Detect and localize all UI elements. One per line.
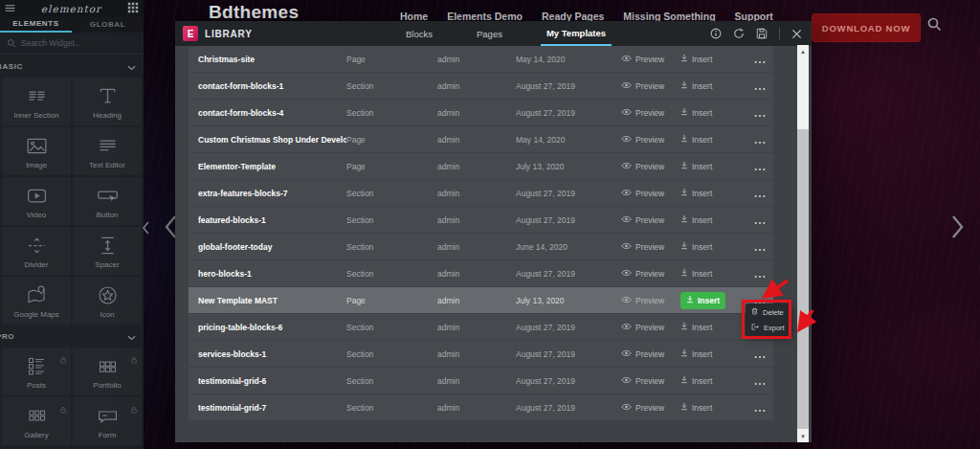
carousel-next-icon[interactable] [951,214,964,243]
preview-button[interactable]: Preview [621,108,675,118]
tab-elements[interactable]: ELEMENTS [0,16,72,33]
more-options-button[interactable] [746,212,773,229]
preview-button[interactable]: Preview [621,81,675,91]
widget-image[interactable]: Image [2,127,71,175]
template-row[interactable]: extra-features-blocks-7 Section admin Au… [189,180,773,206]
preview-button[interactable]: Preview [621,242,675,252]
widget-form[interactable]: Form [73,397,142,445]
sync-icon[interactable] [733,28,745,39]
preview-button[interactable]: Preview [621,323,675,332]
panel-collapse-icon[interactable] [143,221,149,238]
template-row[interactable]: hero-blocks-1 Section admin August 27, 2… [189,260,773,286]
more-options-button[interactable] [746,185,773,202]
more-options-button[interactable] [746,78,773,95]
more-options-button[interactable] [746,372,773,390]
section-header-pro[interactable]: PRO [0,325,144,348]
preview-button[interactable]: Preview [621,135,675,145]
close-icon[interactable] [791,29,802,39]
insert-button[interactable]: Insert [675,131,746,148]
more-options-button[interactable] [746,265,773,282]
template-row[interactable]: Custom Christmas Shop Under Development … [189,126,773,152]
search-icon[interactable] [926,16,942,35]
preview-button[interactable]: Preview [621,269,675,279]
more-options-button[interactable] [746,51,773,68]
widget-video[interactable]: Video [2,177,71,225]
apps-grid-icon[interactable] [127,0,139,17]
template-author: admin [437,403,516,413]
scroll-up-button[interactable]: ▲ [797,45,809,57]
eye-icon [621,215,632,225]
insert-button[interactable]: Insert [675,78,746,95]
site-logo[interactable]: Bdthemes [209,2,299,23]
library-tab-my-templates[interactable]: My Templates [541,21,612,46]
template-row[interactable]: Christmas-site Page admin May 14, 2020 P… [189,46,773,72]
search-widget-input[interactable] [21,38,126,48]
preview-button[interactable]: Preview [621,215,675,225]
preview-button[interactable]: Preview [621,376,675,386]
more-options-button[interactable] [746,158,773,175]
template-row[interactable]: services-blocks-1 Section admin August 2… [189,341,773,367]
template-row[interactable]: testimonial-grid-7 Section admin August … [189,394,773,420]
insert-button[interactable]: Insert [675,399,746,416]
library-tab-blocks[interactable]: Blocks [400,21,438,46]
template-type: Section [346,269,437,279]
widget-portfolio[interactable]: Portfolio [73,348,142,395]
download-now-button[interactable]: DOWNLOAD NOW [812,13,921,42]
save-icon[interactable] [756,28,768,39]
template-row[interactable]: global-footer-today Section admin June 1… [189,234,773,259]
insert-button[interactable]: Insert [675,292,746,309]
tab-global[interactable]: GLOBAL [72,16,144,33]
widget-gallery[interactable]: Gallery [2,397,71,445]
template-name: pricing-table-blocks-6 [189,323,346,332]
preview-button[interactable]: Preview [621,162,675,171]
insert-button[interactable]: Insert [675,238,746,256]
insert-button[interactable]: Insert [675,265,746,282]
insert-button[interactable]: Insert [675,51,746,68]
widget-divider[interactable]: Divider [2,227,71,275]
more-options-button[interactable] [746,238,773,256]
library-tab-pages[interactable]: Pages [471,21,508,46]
preview-button[interactable]: Preview [621,189,675,198]
insert-button[interactable]: Insert [675,212,746,229]
insert-button[interactable]: Insert [675,185,746,202]
template-row[interactable]: contact-form-blocks-4 Section admin Augu… [189,100,773,125]
template-row[interactable]: featured-blocks-1 Section admin August 2… [189,207,773,233]
more-options-button[interactable] [746,346,773,363]
widget-google-maps[interactable]: Google Maps [2,277,71,325]
widget-posts[interactable]: Posts [2,348,71,395]
widget-icon[interactable]: Icon [73,277,142,325]
elementor-logo: elementor [41,3,101,14]
widget-button[interactable]: Button [73,177,142,225]
widget-text-editor[interactable]: Text Editor [73,127,142,175]
widget-label: Image [26,161,47,169]
template-row[interactable]: New Template MAST Page admin July 13, 20… [189,287,773,313]
widget-spacer[interactable]: Spacer [73,227,142,275]
preview-button[interactable]: Preview [621,296,675,305]
info-icon[interactable] [710,28,722,39]
library-header-icons [710,21,802,46]
insert-button[interactable]: Insert [675,319,746,336]
modal-scrollbar[interactable]: ▲ ▼ [797,45,809,442]
template-row[interactable]: Elementor-Template Page admin July 13, 2… [189,153,773,179]
more-options-button[interactable] [746,104,773,122]
insert-button[interactable]: Insert [675,372,746,390]
preview-button[interactable]: Preview [621,349,675,359]
template-row[interactable]: pricing-table-blocks-6 Section admin Aug… [189,314,773,340]
template-row[interactable]: contact-form-blocks-1 Section admin Augu… [189,73,773,99]
template-row[interactable]: testimonial-grid-6 Section admin August … [189,368,773,393]
more-options-button[interactable] [746,399,773,416]
widget-heading[interactable]: Heading [73,78,142,125]
more-options-button[interactable] [746,131,773,148]
insert-button[interactable]: Insert [675,104,746,122]
eye-icon [621,269,632,279]
insert-button[interactable]: Insert [675,346,746,363]
scroll-down-button[interactable]: ▼ [797,430,809,442]
insert-button[interactable]: Insert [675,158,746,175]
preview-button[interactable]: Preview [621,403,675,413]
ellipsis-icon [754,212,766,229]
hamburger-icon[interactable] [5,0,15,17]
preview-button[interactable]: Preview [621,55,675,64]
widget-inner-section[interactable]: Inner Section [2,78,71,125]
scroll-thumb[interactable] [797,129,809,429]
section-header-basic[interactable]: BASIC [0,55,144,78]
